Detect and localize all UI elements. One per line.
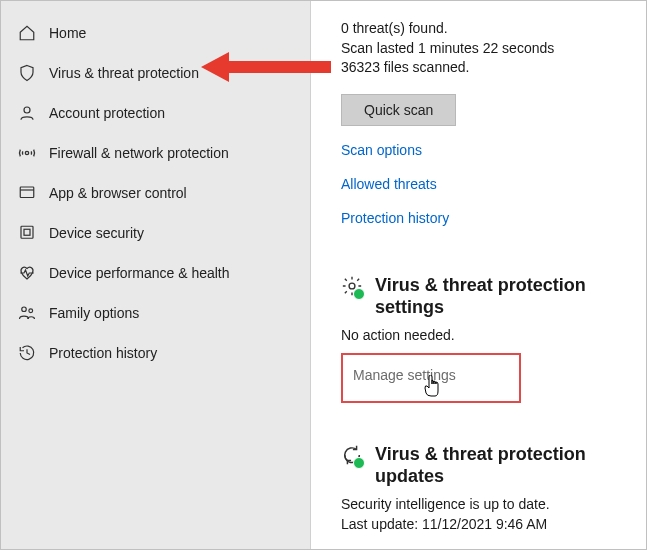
sidebar: Home Virus & threat protection Account p… [1,1,311,549]
account-icon [17,103,37,123]
sidebar-item-virus-threat[interactable]: Virus & threat protection [1,55,310,91]
manage-settings-label: Manage settings [353,367,456,383]
gear-icon [341,274,363,298]
manage-settings-link[interactable]: Manage settings [353,367,456,383]
svg-point-9 [349,283,355,289]
svg-point-1 [25,151,28,154]
protection-history-link[interactable]: Protection history [341,210,626,226]
sidebar-item-family[interactable]: Family options [1,295,310,331]
home-icon [17,23,37,43]
sidebar-item-label: Device performance & health [49,265,230,281]
settings-section: Virus & threat protection settings No ac… [341,274,626,403]
history-icon [17,343,37,363]
last-update-text: Last update: 11/12/2021 9:46 AM [341,516,626,532]
scan-options-link[interactable]: Scan options [341,142,626,158]
sidebar-item-label: Firewall & network protection [49,145,229,161]
sidebar-item-label: Home [49,25,86,41]
sidebar-item-performance[interactable]: Device performance & health [1,255,310,291]
sidebar-item-label: Protection history [49,345,157,361]
svg-point-6 [22,307,27,312]
shield-icon [17,63,37,83]
updates-section-title: Virus & threat protection updates [375,443,626,488]
sidebar-item-label: Device security [49,225,144,241]
updates-section-subtitle: Security intelligence is up to date. [341,496,626,512]
scan-links: Scan options Allowed threats Protection … [341,142,626,226]
status-ok-badge [353,288,365,300]
scan-duration-text: Scan lasted 1 minutes 22 seconds [341,39,626,59]
svg-point-7 [29,309,33,313]
sidebar-item-label: Account protection [49,105,165,121]
refresh-icon [341,443,363,467]
window-root: Home Virus & threat protection Account p… [0,0,647,550]
status-ok-badge [353,457,365,469]
sidebar-item-label: App & browser control [49,185,187,201]
svg-rect-4 [21,226,33,238]
quick-scan-button[interactable]: Quick scan [341,94,456,126]
svg-point-0 [24,107,30,113]
sidebar-item-account[interactable]: Account protection [1,95,310,131]
settings-section-title: Virus & threat protection settings [375,274,626,319]
sidebar-item-protection-history[interactable]: Protection history [1,335,310,371]
sidebar-item-label: Family options [49,305,139,321]
allowed-threats-link[interactable]: Allowed threats [341,176,626,192]
svg-rect-2 [20,187,34,198]
sidebar-item-app-browser[interactable]: App & browser control [1,175,310,211]
firewall-icon [17,143,37,163]
svg-rect-5 [24,229,30,235]
heart-pulse-icon [17,263,37,283]
family-icon [17,303,37,323]
files-scanned-text: 36323 files scanned. [341,58,626,78]
sidebar-item-home[interactable]: Home [1,15,310,51]
sidebar-item-firewall[interactable]: Firewall & network protection [1,135,310,171]
updates-section: Virus & threat protection updates Securi… [341,443,626,532]
sidebar-item-device-security[interactable]: Device security [1,215,310,251]
app-browser-icon [17,183,37,203]
threats-found-text: 0 threat(s) found. [341,19,626,39]
settings-section-subtitle: No action needed. [341,327,626,343]
annotation-highlight-box: Manage settings [341,353,521,403]
main-content: 0 threat(s) found. Scan lasted 1 minutes… [311,1,646,549]
device-security-icon [17,223,37,243]
sidebar-item-label: Virus & threat protection [49,65,199,81]
